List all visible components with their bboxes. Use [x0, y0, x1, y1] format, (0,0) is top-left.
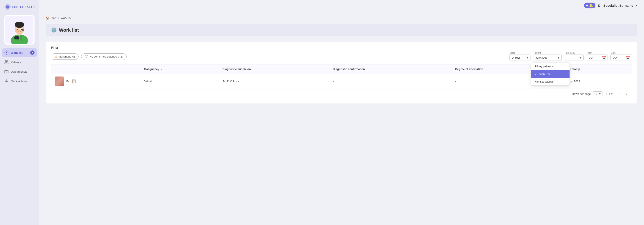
check-icon: ✓ — [534, 72, 537, 76]
state-select-wrapper: State Unrevi Reviewed Pending ▼ — [509, 54, 530, 61]
malignant-filter-label: Malignant (0) — [58, 55, 75, 58]
sidebar-item-patients-label: Patients — [11, 61, 21, 64]
breadcrumb-current: Work list — [61, 16, 72, 20]
page-prev-button[interactable]: ‹ — [618, 92, 622, 96]
logo-icon — [4, 3, 11, 10]
patient-label: Patient — [534, 51, 541, 54]
patient-select-wrapper: Patient John Doe Kim Kardashian ▼ All my… — [533, 54, 562, 61]
state-select[interactable]: Unrevi Reviewed Pending — [509, 54, 530, 61]
svg-point-21 — [16, 30, 18, 31]
patient-option-kim-kardashian: Kim Kardashian — [534, 80, 554, 83]
upload-photo-icon — [4, 69, 9, 74]
user-menu-chevron[interactable]: ▾ — [636, 4, 637, 7]
dropdown-item-john-doe[interactable]: ✓ John Doe — [531, 70, 570, 78]
question-icon: ? — [85, 55, 88, 58]
state-label: State — [510, 51, 515, 54]
content: 🏠 Start > Work list ⚙️ Work list Filter … — [39, 11, 644, 225]
bell-icon: 🔔 — [589, 3, 593, 7]
row-malignancy: 0.04% — [140, 74, 219, 89]
page-title-icon: ⚙️ — [51, 27, 57, 33]
breadcrumb-separator: > — [58, 16, 59, 20]
avatar — [4, 15, 34, 45]
sidebar-item-medical-team[interactable]: Medical team — [2, 77, 37, 85]
until-date-wrapper: Until 📅 — [610, 54, 632, 61]
no-confirmed-filter-button[interactable]: ? No confirmed diagnosis (1) — [81, 53, 127, 60]
patient-select[interactable]: John Doe Kim Kardashian — [533, 54, 562, 61]
header: 0 🔔 Dr. Specialist Surname ▾ — [39, 0, 644, 11]
filter-row: ⚠ Malignant (0) ? No confirmed diagnosis… — [51, 52, 632, 61]
page-info: 1–1 of 1 — [605, 92, 616, 95]
clipboard-icon[interactable]: 📋 — [72, 79, 76, 84]
sidebar-item-work-list-label: Work list — [11, 51, 23, 54]
view-icon[interactable]: 👁 — [66, 79, 70, 84]
from-calendar-icon[interactable]: 📅 — [602, 56, 606, 60]
medical-team-icon — [4, 79, 9, 83]
header-right: 0 🔔 Dr. Specialist Surname ▾ — [584, 2, 637, 8]
no-confirmed-filter-label: No confirmed diagnosis (1) — [90, 55, 123, 58]
row-thumbnail-cell: 👁 📋 — [51, 74, 140, 89]
page-title: Work list — [59, 27, 79, 33]
page-next-button[interactable]: › — [624, 92, 628, 96]
sidebar-item-patients[interactable]: Patients — [2, 58, 37, 66]
row-thumbnail[interactable] — [54, 76, 64, 86]
breadcrumb-start[interactable]: Start — [50, 16, 56, 20]
dropdown-all-patients[interactable]: All my patients — [531, 62, 570, 70]
svg-point-19 — [17, 29, 18, 30]
page-title-bar: ⚙️ Work list — [46, 24, 637, 36]
col-diagnostic-confirmation: Diagnostic confirmation — [329, 64, 452, 74]
warning-icon: ⚠ — [54, 55, 57, 58]
main-content: 0 🔔 Dr. Specialist Surname ▾ 🏠 Start > W… — [39, 0, 644, 225]
work-list-icon — [4, 50, 9, 55]
col-diagnostic-suspicion: Diagnostic suspicion — [219, 64, 329, 74]
col-malignancy[interactable]: Malignancy ↓ — [140, 64, 219, 74]
sidebar: LEGIT.HEALTH — [0, 0, 39, 225]
logo[interactable]: LEGIT.HEALTH — [2, 3, 37, 10]
svg-point-20 — [21, 29, 22, 30]
dropdown-item-kim-kardashian[interactable]: Kim Kardashian — [531, 78, 570, 85]
avatar-image — [6, 16, 34, 44]
filter-section: Filter ⚠ Malignant (0) ? No confirmed di… — [46, 42, 637, 103]
patient-option-john-doe: John Doe — [539, 72, 551, 76]
until-label: Until — [611, 51, 616, 54]
pathology-select[interactable]: Acne — [564, 54, 584, 61]
svg-point-24 — [6, 52, 7, 53]
row-diagnostic-suspicion: 94.31% Acne — [219, 74, 329, 89]
pathology-select-wrapper: Pathology Acne ▼ — [564, 54, 584, 61]
breadcrumb: 🏠 Start > Work list — [46, 16, 637, 20]
notification-button[interactable]: 0 🔔 — [584, 2, 596, 8]
col-thumbnail — [51, 64, 140, 74]
svg-point-22 — [21, 30, 23, 31]
svg-point-26 — [7, 61, 8, 62]
sort-malignancy-icon: ↓ — [161, 68, 162, 70]
svg-point-27 — [6, 71, 7, 72]
filter-label: Filter — [51, 46, 632, 49]
breadcrumb-home-icon: 🏠 — [46, 16, 49, 20]
pagination: Rows per page 10 25 50 ▼ 1–1 of 1 ‹ › — [51, 89, 632, 99]
patient-dropdown-menu: All my patients ✓ John Doe Kim Kardashia… — [531, 62, 570, 86]
sidebar-item-work-list[interactable]: Work list 5 — [2, 48, 37, 57]
from-label: From — [586, 51, 592, 54]
all-patients-label: All my patients — [534, 65, 553, 68]
rows-per-page-label: Rows per page — [572, 92, 591, 95]
until-calendar-icon[interactable]: 📅 — [626, 56, 630, 60]
rows-per-page-select[interactable]: 10 25 50 — [592, 91, 603, 96]
row-actions: 👁 📋 — [66, 79, 76, 84]
sidebar-item-upload-photo[interactable]: Upload photo — [2, 67, 37, 76]
from-date-wrapper: From 📅 — [586, 54, 608, 61]
sidebar-item-medical-team-label: Medical team — [11, 79, 28, 83]
svg-point-2 — [6, 5, 9, 8]
svg-point-14 — [15, 23, 24, 27]
pathology-label: Pathology — [564, 51, 575, 54]
work-list-badge: 5 — [30, 50, 34, 55]
nav-items: Work list 5 Patients Upload photo — [0, 48, 39, 85]
malignant-filter-button[interactable]: ⚠ Malignant (0) — [51, 53, 78, 60]
row-diagnostic-confirmation: - — [329, 74, 452, 89]
user-name[interactable]: Dr. Specialist Surname — [598, 4, 633, 7]
svg-point-25 — [5, 61, 7, 62]
rows-per-page: Rows per page 10 25 50 ▼ — [572, 91, 603, 96]
svg-rect-10 — [15, 37, 18, 39]
logo-text: LEGIT.HEALTH — [12, 5, 35, 9]
rows-per-page-select-wrapper: 10 25 50 ▼ — [592, 91, 603, 96]
col-malignancy-label: Malignancy — [144, 67, 159, 71]
row-time-stamp: 09 ago 2024 — [561, 74, 632, 89]
